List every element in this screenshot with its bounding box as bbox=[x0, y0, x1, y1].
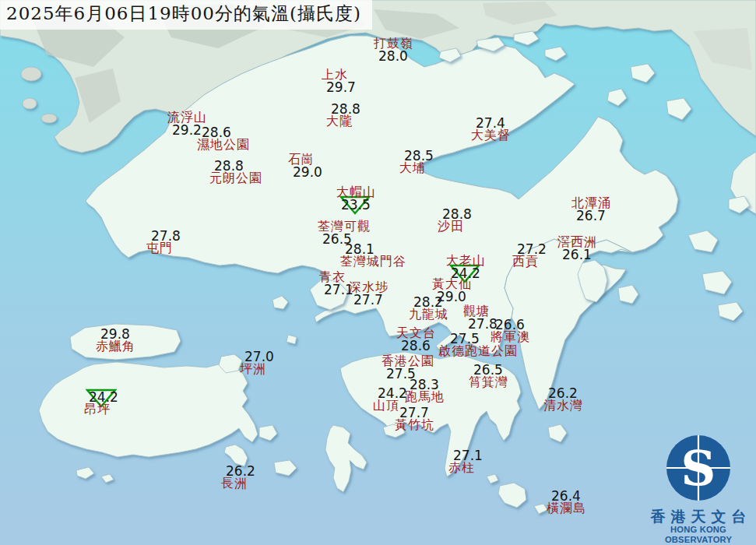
station: 28.6濕地公園 bbox=[197, 126, 250, 151]
station-name: 赤柱 bbox=[448, 462, 483, 474]
station-value: 26.1 bbox=[562, 248, 597, 261]
station: 滘西洲26.1 bbox=[557, 236, 597, 261]
station-value: 27.7 bbox=[353, 294, 389, 306]
station: 29.8赤鱲角 bbox=[96, 328, 135, 353]
station: 石崗29.0 bbox=[288, 153, 322, 178]
station: 26.2長洲 bbox=[221, 465, 255, 490]
station-value: 29.7 bbox=[326, 81, 356, 93]
station-name: 濕地公園 bbox=[197, 139, 250, 151]
station: 天文台28.6 bbox=[396, 327, 436, 352]
station: 27.1赤柱 bbox=[448, 449, 483, 474]
station: 28.2九龍城 bbox=[409, 296, 448, 321]
temperature-map-page: 2025年6月06日19時00分的氣溫(攝氏度) 打鼓嶺28.0上水29.728… bbox=[0, 0, 756, 545]
station-name: 赤鱲角 bbox=[96, 340, 135, 353]
station-value: 28.6 bbox=[401, 339, 436, 352]
station: 北潭涌26.7 bbox=[571, 197, 611, 222]
station-name: 大隴 bbox=[326, 115, 360, 128]
station-name: 大美督 bbox=[471, 129, 511, 142]
station: 27.7黃竹坑 bbox=[395, 406, 434, 431]
hong-kong-map bbox=[0, 0, 756, 545]
station: 大帽山23.5 bbox=[336, 186, 376, 211]
station-name: 西貢 bbox=[512, 255, 547, 268]
station: 28.1荃灣城門谷 bbox=[340, 243, 406, 268]
station-name: 沙田 bbox=[438, 220, 472, 233]
station-name: 大埔 bbox=[399, 162, 434, 174]
station-name: 筲箕灣 bbox=[469, 376, 508, 389]
station: 28.3跑馬地 bbox=[405, 378, 445, 403]
station: 28.8元朗公園 bbox=[209, 160, 262, 185]
station: 26.2清水灣 bbox=[543, 387, 583, 412]
logo-name-zh: 香港天文台 bbox=[649, 508, 753, 524]
station-value: 26.7 bbox=[576, 209, 611, 222]
station: 打鼓嶺28.0 bbox=[374, 37, 413, 62]
station-name: 屯門 bbox=[146, 242, 181, 255]
station-name: 九龍城 bbox=[409, 308, 448, 321]
hko-s-emblem-icon: S bbox=[661, 434, 736, 505]
station: 27.8屯門 bbox=[146, 230, 181, 255]
station-name: 黃竹坑 bbox=[395, 419, 434, 431]
station: 26.4橫瀾島 bbox=[547, 490, 586, 515]
station-value: 23.5 bbox=[341, 199, 376, 211]
station: 深水埗27.7 bbox=[349, 281, 389, 306]
station-name: 荃灣城門谷 bbox=[340, 255, 406, 268]
station-name: 長洲 bbox=[221, 477, 255, 490]
station: 27.4大美督 bbox=[471, 117, 511, 142]
station-name: 跑馬地 bbox=[405, 391, 445, 403]
station: 27.0坪洲 bbox=[240, 350, 274, 375]
station: 上水29.7 bbox=[322, 69, 356, 93]
station-name: 啟德跑道公園 bbox=[438, 345, 518, 357]
station: 26.5筲箕灣 bbox=[469, 364, 508, 389]
station-value: 29.0 bbox=[293, 166, 322, 178]
station-name: 元朗公園 bbox=[209, 172, 262, 185]
station-value: 28.0 bbox=[378, 50, 413, 62]
station: 28.8沙田 bbox=[438, 208, 472, 233]
hko-logo: S 香港天文台 HONG KONG OBSERVATORY bbox=[644, 434, 753, 545]
station-name: 昂坪 bbox=[84, 403, 118, 416]
logo-name-en: HONG KONG OBSERVATORY bbox=[644, 525, 753, 545]
station: 28.8大隴 bbox=[326, 103, 360, 128]
map-title: 2025年6月06日19時00分的氣溫(攝氏度) bbox=[0, 0, 372, 30]
station: 24.2昂坪 bbox=[84, 391, 118, 416]
station: 27.2西貢 bbox=[512, 243, 547, 268]
svg-text:S: S bbox=[681, 440, 716, 497]
station: 28.5大埔 bbox=[399, 149, 434, 174]
station-name: 清水灣 bbox=[543, 399, 583, 412]
station-name: 坪洲 bbox=[240, 363, 274, 375]
station: 27.5啟德跑道公園 bbox=[438, 332, 518, 357]
station-name: 橫瀾島 bbox=[547, 502, 586, 515]
